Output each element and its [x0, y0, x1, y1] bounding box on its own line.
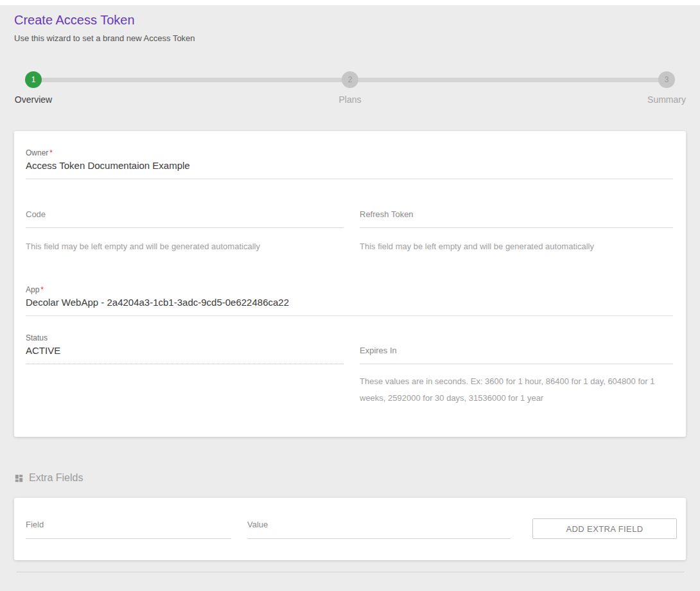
code-input[interactable] — [26, 209, 344, 228]
status-field: Status ACTIVE — [26, 333, 344, 407]
step-indicator-plans[interactable]: 2 — [342, 71, 358, 88]
page-header: Create Access Token Use this wizard to s… — [0, 5, 700, 43]
extra-field-name-input[interactable] — [26, 516, 231, 539]
add-extra-field-button[interactable]: ADD EXTRA FIELD — [532, 518, 677, 539]
overview-form-card: Owner* This field may be left empty and … — [14, 131, 686, 437]
top-strip — [0, 0, 700, 5]
status-label: Status — [26, 333, 344, 342]
expires-in-field: These values are in seconds. Ex: 3600 fo… — [360, 333, 673, 407]
step-label-summary: Summary — [647, 94, 686, 105]
code-helper-text: This field may be left empty and will be… — [26, 238, 344, 255]
extra-fields-card: ADD EXTRA FIELD — [14, 498, 686, 560]
page-title: Create Access Token — [14, 13, 686, 28]
extra-fields-row: ADD EXTRA FIELD — [26, 516, 677, 539]
step-label-plans: Plans — [338, 94, 361, 105]
footer-divider — [16, 572, 684, 572]
extra-fields-section-header: Extra Fields — [14, 472, 686, 484]
page-subtitle: Use this wizard to set a brand new Acces… — [14, 33, 686, 43]
status-expires-row: Status ACTIVE These values are in second… — [26, 333, 673, 407]
owner-required-mark: * — [49, 148, 53, 157]
app-label: App* — [26, 285, 673, 294]
code-refresh-row: This field may be left empty and will be… — [26, 209, 673, 255]
refresh-token-input[interactable] — [360, 209, 673, 228]
app-field: App* — [26, 285, 673, 316]
expires-in-helper-text: These values are in seconds. Ex: 3600 fo… — [360, 373, 673, 407]
code-field: This field may be left empty and will be… — [26, 209, 344, 255]
step-label-overview: Overview — [15, 94, 52, 105]
app-label-text: App — [26, 285, 39, 294]
wizard-stepper: 1 2 3 Overview Plans Summary — [14, 71, 686, 109]
status-select-value: ACTIVE — [26, 345, 344, 364]
owner-label: Owner* — [26, 148, 673, 157]
dashboard-icon — [14, 473, 24, 483]
owner-input[interactable] — [26, 160, 673, 179]
refresh-token-field: This field may be left empty and will be… — [360, 209, 673, 255]
extra-field-value-input[interactable] — [247, 516, 511, 539]
owner-label-text: Owner — [26, 148, 48, 157]
step-indicator-overview[interactable]: 1 — [25, 71, 42, 88]
extra-fields-section-title: Extra Fields — [29, 472, 83, 484]
owner-field: Owner* — [26, 148, 673, 179]
expires-in-input[interactable] — [360, 346, 673, 364]
step-indicator-summary[interactable]: 3 — [658, 71, 675, 88]
app-required-mark: * — [40, 285, 44, 294]
app-input[interactable] — [26, 297, 673, 316]
refresh-token-helper-text: This field may be left empty and will be… — [360, 238, 673, 255]
